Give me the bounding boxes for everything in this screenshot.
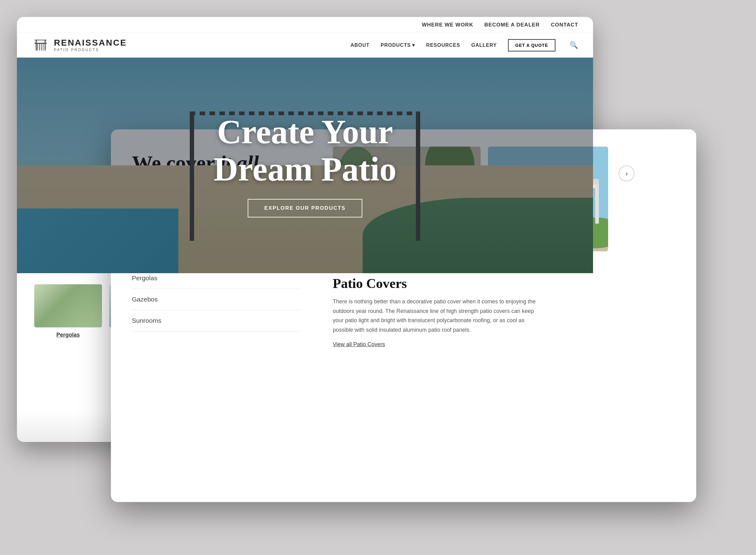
svg-rect-5 [45,44,46,50]
hero-section: Create Your Dream Patio EXPLORE OUR PROD… [17,57,593,273]
nav-gallery[interactable]: GALLERY [471,43,497,48]
search-icon[interactable]: 🔍 [570,41,578,49]
menu-item-pergolas-label: Pergolas [132,274,158,282]
patio-covers-text: There is nothing better than a decorativ… [333,297,542,335]
hero-title: Create Your Dream Patio [213,113,396,188]
svg-rect-3 [45,40,46,43]
logo-subtitle: PATIO PRODUCTS [54,48,127,52]
nav-products[interactable]: PRODUCTS ▾ [381,42,415,48]
logo-icon [32,36,50,54]
nav-resources[interactable]: RESOURCES [426,43,460,48]
get-quote-button[interactable]: GET A QUOTE [508,39,555,51]
svg-rect-0 [35,43,47,44]
hero-content: Create Your Dream Patio EXPLORE OUR PROD… [213,113,396,217]
svg-rect-1 [35,40,47,40]
pergola-product-thumb: Pergolas [34,284,102,338]
where-we-work-link[interactable]: WHERE WE WORK [422,22,473,28]
nav-bar: RENAISSANCE PATIO PRODUCTS ABOUT PRODUCT… [17,33,593,57]
svg-rect-29 [595,183,599,224]
pergola-thumb-image [34,284,102,328]
patio-covers-heading: Patio Covers [333,275,679,291]
logo-title: RENAISSANCE [54,39,127,47]
menu-item-gazebos-label: Gazebos [132,296,158,303]
nav-about[interactable]: ABOUT [350,43,370,48]
chevron-down-icon: ▾ [412,42,415,48]
carousel-next-button[interactable]: › [619,165,635,181]
menu-item-gazebos[interactable]: Gazebos [132,289,299,310]
explore-products-button[interactable]: EXPLORE OUR PRODUCTS [248,199,362,217]
view-all-patio-covers-link[interactable]: View all Patio Covers [333,341,385,347]
svg-rect-2 [36,40,37,43]
contact-link[interactable]: CONTACT [551,22,578,28]
patio-covers-description: Patio Covers There is nothing better tha… [333,275,679,348]
utility-bar: WHERE WE WORK BECOME A DEALER CONTACT [17,17,593,33]
svg-rect-4 [36,44,37,50]
logo[interactable]: RENAISSANCE PATIO PRODUCTS [32,36,127,54]
become-dealer-link[interactable]: BECOME A DEALER [484,22,540,28]
menu-item-sunrooms-label: Sunrooms [132,317,161,324]
menu-item-sunrooms[interactable]: Sunrooms [132,310,299,331]
main-nav: ABOUT PRODUCTS ▾ RESOURCES GALLERY GET A… [350,39,578,51]
pergola-label[interactable]: Pergolas [56,332,80,338]
